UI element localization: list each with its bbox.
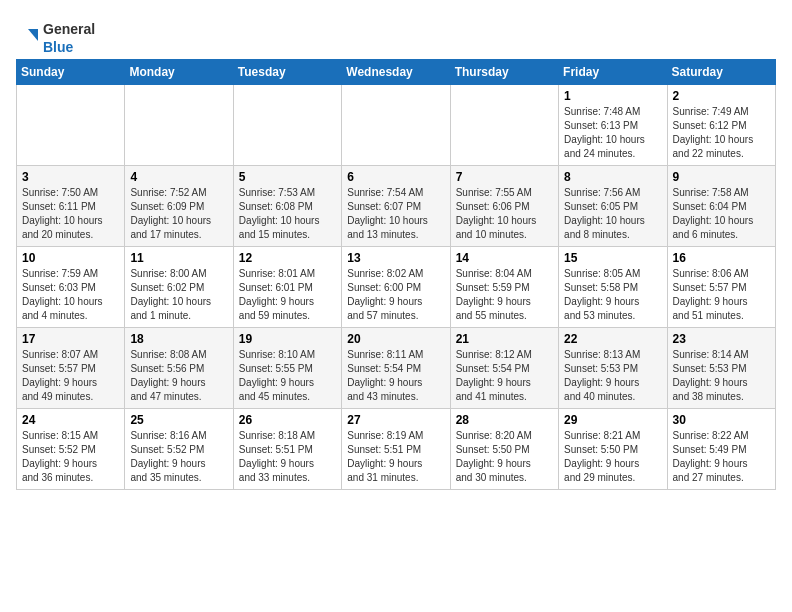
- logo-text-blue: Blue: [43, 39, 73, 55]
- day-number: 3: [22, 170, 119, 184]
- header: General Blue: [16, 16, 776, 55]
- day-info: Sunrise: 7:55 AM Sunset: 6:06 PM Dayligh…: [456, 186, 553, 242]
- day-number: 16: [673, 251, 770, 265]
- calendar-cell: 25Sunrise: 8:16 AM Sunset: 5:52 PM Dayli…: [125, 409, 233, 490]
- calendar-cell: 5Sunrise: 7:53 AM Sunset: 6:08 PM Daylig…: [233, 166, 341, 247]
- day-number: 28: [456, 413, 553, 427]
- logo: General Blue: [16, 16, 95, 55]
- day-number: 14: [456, 251, 553, 265]
- day-number: 13: [347, 251, 444, 265]
- calendar-cell: 19Sunrise: 8:10 AM Sunset: 5:55 PM Dayli…: [233, 328, 341, 409]
- day-info: Sunrise: 8:13 AM Sunset: 5:53 PM Dayligh…: [564, 348, 661, 404]
- day-info: Sunrise: 7:58 AM Sunset: 6:04 PM Dayligh…: [673, 186, 770, 242]
- day-info: Sunrise: 8:12 AM Sunset: 5:54 PM Dayligh…: [456, 348, 553, 404]
- calendar-cell: 16Sunrise: 8:06 AM Sunset: 5:57 PM Dayli…: [667, 247, 775, 328]
- day-info: Sunrise: 8:00 AM Sunset: 6:02 PM Dayligh…: [130, 267, 227, 323]
- day-number: 5: [239, 170, 336, 184]
- day-info: Sunrise: 8:15 AM Sunset: 5:52 PM Dayligh…: [22, 429, 119, 485]
- calendar-cell: 23Sunrise: 8:14 AM Sunset: 5:53 PM Dayli…: [667, 328, 775, 409]
- calendar-cell: 10Sunrise: 7:59 AM Sunset: 6:03 PM Dayli…: [17, 247, 125, 328]
- day-number: 27: [347, 413, 444, 427]
- day-number: 1: [564, 89, 661, 103]
- weekday-header-row: SundayMondayTuesdayWednesdayThursdayFrid…: [17, 60, 776, 85]
- calendar-cell: [17, 85, 125, 166]
- calendar-cell: 11Sunrise: 8:00 AM Sunset: 6:02 PM Dayli…: [125, 247, 233, 328]
- calendar-week-row: 17Sunrise: 8:07 AM Sunset: 5:57 PM Dayli…: [17, 328, 776, 409]
- day-info: Sunrise: 8:06 AM Sunset: 5:57 PM Dayligh…: [673, 267, 770, 323]
- day-number: 21: [456, 332, 553, 346]
- day-number: 4: [130, 170, 227, 184]
- day-info: Sunrise: 8:19 AM Sunset: 5:51 PM Dayligh…: [347, 429, 444, 485]
- day-info: Sunrise: 7:56 AM Sunset: 6:05 PM Dayligh…: [564, 186, 661, 242]
- day-number: 25: [130, 413, 227, 427]
- day-number: 20: [347, 332, 444, 346]
- calendar-cell: 13Sunrise: 8:02 AM Sunset: 6:00 PM Dayli…: [342, 247, 450, 328]
- day-info: Sunrise: 8:22 AM Sunset: 5:49 PM Dayligh…: [673, 429, 770, 485]
- calendar-week-row: 10Sunrise: 7:59 AM Sunset: 6:03 PM Dayli…: [17, 247, 776, 328]
- day-number: 2: [673, 89, 770, 103]
- day-info: Sunrise: 8:11 AM Sunset: 5:54 PM Dayligh…: [347, 348, 444, 404]
- day-number: 17: [22, 332, 119, 346]
- calendar-cell: 26Sunrise: 8:18 AM Sunset: 5:51 PM Dayli…: [233, 409, 341, 490]
- calendar-cell: 7Sunrise: 7:55 AM Sunset: 6:06 PM Daylig…: [450, 166, 558, 247]
- calendar-cell: [342, 85, 450, 166]
- logo-icon: [16, 27, 38, 49]
- day-number: 19: [239, 332, 336, 346]
- day-info: Sunrise: 7:52 AM Sunset: 6:09 PM Dayligh…: [130, 186, 227, 242]
- calendar-cell: 12Sunrise: 8:01 AM Sunset: 6:01 PM Dayli…: [233, 247, 341, 328]
- calendar-cell: 17Sunrise: 8:07 AM Sunset: 5:57 PM Dayli…: [17, 328, 125, 409]
- day-number: 24: [22, 413, 119, 427]
- day-info: Sunrise: 8:02 AM Sunset: 6:00 PM Dayligh…: [347, 267, 444, 323]
- day-info: Sunrise: 7:59 AM Sunset: 6:03 PM Dayligh…: [22, 267, 119, 323]
- day-number: 26: [239, 413, 336, 427]
- day-info: Sunrise: 8:05 AM Sunset: 5:58 PM Dayligh…: [564, 267, 661, 323]
- day-number: 7: [456, 170, 553, 184]
- day-info: Sunrise: 8:18 AM Sunset: 5:51 PM Dayligh…: [239, 429, 336, 485]
- day-number: 18: [130, 332, 227, 346]
- calendar-cell: 18Sunrise: 8:08 AM Sunset: 5:56 PM Dayli…: [125, 328, 233, 409]
- calendar-cell: 9Sunrise: 7:58 AM Sunset: 6:04 PM Daylig…: [667, 166, 775, 247]
- calendar-cell: 21Sunrise: 8:12 AM Sunset: 5:54 PM Dayli…: [450, 328, 558, 409]
- calendar-cell: 3Sunrise: 7:50 AM Sunset: 6:11 PM Daylig…: [17, 166, 125, 247]
- day-info: Sunrise: 8:04 AM Sunset: 5:59 PM Dayligh…: [456, 267, 553, 323]
- day-info: Sunrise: 8:01 AM Sunset: 6:01 PM Dayligh…: [239, 267, 336, 323]
- weekday-header-thursday: Thursday: [450, 60, 558, 85]
- calendar-cell: 30Sunrise: 8:22 AM Sunset: 5:49 PM Dayli…: [667, 409, 775, 490]
- day-number: 30: [673, 413, 770, 427]
- day-info: Sunrise: 8:07 AM Sunset: 5:57 PM Dayligh…: [22, 348, 119, 404]
- svg-marker-0: [28, 29, 38, 41]
- day-number: 8: [564, 170, 661, 184]
- calendar-cell: [233, 85, 341, 166]
- calendar-cell: 24Sunrise: 8:15 AM Sunset: 5:52 PM Dayli…: [17, 409, 125, 490]
- calendar-cell: 28Sunrise: 8:20 AM Sunset: 5:50 PM Dayli…: [450, 409, 558, 490]
- weekday-header-wednesday: Wednesday: [342, 60, 450, 85]
- calendar-cell: 6Sunrise: 7:54 AM Sunset: 6:07 PM Daylig…: [342, 166, 450, 247]
- day-info: Sunrise: 7:49 AM Sunset: 6:12 PM Dayligh…: [673, 105, 770, 161]
- day-info: Sunrise: 8:14 AM Sunset: 5:53 PM Dayligh…: [673, 348, 770, 404]
- day-info: Sunrise: 7:54 AM Sunset: 6:07 PM Dayligh…: [347, 186, 444, 242]
- day-info: Sunrise: 8:21 AM Sunset: 5:50 PM Dayligh…: [564, 429, 661, 485]
- calendar-week-row: 24Sunrise: 8:15 AM Sunset: 5:52 PM Dayli…: [17, 409, 776, 490]
- calendar-cell: 4Sunrise: 7:52 AM Sunset: 6:09 PM Daylig…: [125, 166, 233, 247]
- calendar-cell: 29Sunrise: 8:21 AM Sunset: 5:50 PM Dayli…: [559, 409, 667, 490]
- day-info: Sunrise: 8:10 AM Sunset: 5:55 PM Dayligh…: [239, 348, 336, 404]
- day-info: Sunrise: 7:48 AM Sunset: 6:13 PM Dayligh…: [564, 105, 661, 161]
- day-number: 9: [673, 170, 770, 184]
- calendar-cell: 27Sunrise: 8:19 AM Sunset: 5:51 PM Dayli…: [342, 409, 450, 490]
- day-number: 22: [564, 332, 661, 346]
- day-number: 11: [130, 251, 227, 265]
- day-info: Sunrise: 8:16 AM Sunset: 5:52 PM Dayligh…: [130, 429, 227, 485]
- calendar-week-row: 1Sunrise: 7:48 AM Sunset: 6:13 PM Daylig…: [17, 85, 776, 166]
- calendar-cell: 22Sunrise: 8:13 AM Sunset: 5:53 PM Dayli…: [559, 328, 667, 409]
- calendar-cell: [450, 85, 558, 166]
- calendar-cell: 1Sunrise: 7:48 AM Sunset: 6:13 PM Daylig…: [559, 85, 667, 166]
- weekday-header-sunday: Sunday: [17, 60, 125, 85]
- day-number: 12: [239, 251, 336, 265]
- weekday-header-saturday: Saturday: [667, 60, 775, 85]
- weekday-header-tuesday: Tuesday: [233, 60, 341, 85]
- day-number: 29: [564, 413, 661, 427]
- calendar-cell: 20Sunrise: 8:11 AM Sunset: 5:54 PM Dayli…: [342, 328, 450, 409]
- calendar-week-row: 3Sunrise: 7:50 AM Sunset: 6:11 PM Daylig…: [17, 166, 776, 247]
- day-number: 10: [22, 251, 119, 265]
- calendar-cell: 8Sunrise: 7:56 AM Sunset: 6:05 PM Daylig…: [559, 166, 667, 247]
